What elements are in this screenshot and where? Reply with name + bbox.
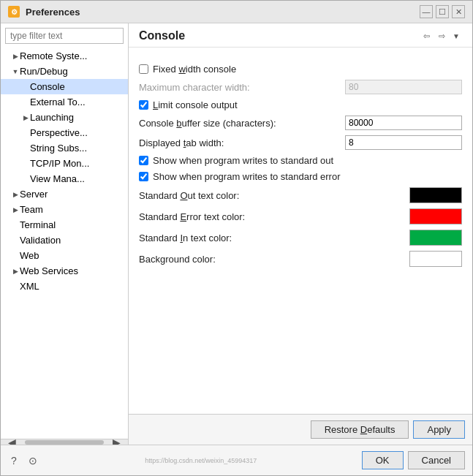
show-stderr-row: Show when program writes to standard err…: [139, 171, 462, 182]
limit-output-underline: L: [153, 99, 158, 110]
sidebar-item-label: View Mana...: [30, 173, 85, 184]
sidebar-item-server[interactable]: ▶ Server: [1, 186, 128, 202]
sidebar-item-label: Terminal: [20, 219, 56, 230]
show-stdout-checkbox[interactable]: [139, 156, 148, 165]
std-err-color-label: Standard Error text color:: [139, 211, 409, 222]
tree-arrow: ▼: [11, 68, 20, 75]
tree-arrow: ▶: [11, 191, 20, 198]
fixed-width-row: Fixed width console: [139, 64, 462, 75]
sidebar-item-tcpip-mon[interactable]: TCP/IP Mon...: [1, 156, 128, 171]
std-out-color-swatch[interactable]: [409, 187, 462, 203]
std-err-color-swatch[interactable]: [409, 208, 462, 224]
sidebar-item-label: Remote Syste...: [20, 50, 87, 61]
tab-width-label: Displayed tab width:: [139, 137, 345, 148]
tree-arrow: ▶: [11, 206, 20, 214]
fixed-width-label[interactable]: Fixed width console: [139, 64, 236, 75]
fixed-width-checkbox[interactable]: [139, 64, 148, 74]
footer-left: ? ⊙: [8, 453, 40, 468]
content-header: Console ⇦ ⇨ ▼: [129, 23, 472, 48]
sidebar-item-launching[interactable]: ▶ Launching: [1, 110, 128, 125]
nav-forward-button[interactable]: ⇨: [435, 30, 449, 42]
maximize-button[interactable]: ☐: [436, 5, 449, 18]
content-body: Fixed width console Maximum character wi…: [129, 48, 472, 414]
show-stderr-checkbox[interactable]: [139, 172, 148, 181]
cancel-button[interactable]: Cancel: [408, 451, 465, 469]
scroll-right-button[interactable]: ▶: [107, 437, 126, 445]
minimize-button[interactable]: —: [420, 5, 433, 18]
scrollbar-thumb: [25, 440, 104, 445]
sidebar-item-perspective[interactable]: Perspective...: [1, 125, 128, 140]
show-stdout-row: Show when program writes to standard out: [139, 155, 462, 166]
ok-button[interactable]: OK: [362, 451, 404, 469]
filter-input[interactable]: [5, 28, 124, 44]
main-area: ▶ Remote Syste... ▼ Run/Debug Console: [1, 23, 472, 445]
watermark: https://blog.csdn.net/weixin_45994317: [40, 457, 362, 464]
buffer-size-input[interactable]: [345, 116, 462, 130]
bg-color-swatch[interactable]: [409, 251, 462, 267]
sidebar-item-label: Server: [20, 189, 48, 200]
preferences-dialog: ⚙ Preferences — ☐ ✕ ▶ Remote Syste...: [0, 0, 473, 476]
close-button[interactable]: ✕: [452, 5, 465, 18]
tree-arrow: ▶: [11, 268, 20, 275]
sidebar-item-label: External To...: [30, 97, 86, 107]
sidebar-item-external-to[interactable]: External To...: [1, 94, 128, 110]
show-stderr-label[interactable]: Show when program writes to standard err…: [139, 171, 341, 182]
sidebar-item-terminal[interactable]: Terminal: [1, 217, 128, 233]
sidebar-item-label: Validation: [20, 235, 61, 246]
sidebar-item-console[interactable]: Console: [1, 79, 128, 94]
buffer-size-label: Console buffer size (characters):: [139, 118, 345, 129]
sidebar-item-view-mana[interactable]: View Mana...: [1, 171, 128, 186]
settings-help-button[interactable]: ⊙: [26, 453, 40, 468]
max-char-input[interactable]: [345, 80, 462, 94]
restore-defaults-button[interactable]: Restore Defaults: [311, 420, 409, 439]
apply-button[interactable]: Apply: [413, 420, 465, 439]
sidebar-item-web-services[interactable]: ▶ Web Services: [1, 263, 128, 279]
window-controls: — ☐ ✕: [420, 5, 465, 18]
limit-output-row: Limit console output: [139, 99, 462, 110]
show-stdout-label[interactable]: Show when program writes to standard out: [139, 155, 333, 166]
sidebar-item-label: Team: [20, 204, 43, 215]
scroll-left-button[interactable]: ◀: [2, 437, 22, 445]
std-in-color-swatch[interactable]: [409, 230, 462, 246]
sidebar-item-xml[interactable]: XML: [1, 279, 128, 294]
sidebar-item-string-subs[interactable]: String Subs...: [1, 140, 128, 156]
std-in-color-row: Standard In text color:: [139, 230, 462, 246]
header-nav: ⇦ ⇨ ▼: [420, 30, 462, 42]
buffer-size-underline: b: [176, 118, 181, 129]
tree-arrow: ▶: [21, 114, 30, 121]
sidebar-item-team[interactable]: ▶ Team: [1, 202, 128, 217]
std-err-color-row: Standard Error text color:: [139, 208, 462, 224]
dialog-footer: ? ⊙ https://blog.csdn.net/weixin_4599431…: [1, 445, 472, 475]
fixed-width-underline: w: [178, 64, 185, 75]
sidebar-item-label: Launching: [30, 112, 74, 123]
limit-output-text: Limit console output: [153, 99, 238, 110]
sidebar-item-label: Perspective...: [30, 127, 88, 138]
sidebar-item-run-debug[interactable]: ▼ Run/Debug: [1, 64, 128, 79]
help-button[interactable]: ?: [8, 453, 20, 468]
content-title: Console: [139, 29, 185, 42]
sidebar-item-label: Web: [20, 250, 39, 261]
buffer-size-row: Console buffer size (characters):: [139, 116, 462, 130]
tab-width-underline: t: [183, 137, 186, 148]
content-area: Console ⇦ ⇨ ▼ Fixed width console: [129, 23, 472, 445]
nav-menu-button[interactable]: ▼: [450, 31, 462, 42]
sidebar-item-label: String Subs...: [30, 143, 87, 154]
bg-color-row: Background color:: [139, 251, 462, 267]
sidebar-item-label: Web Services: [20, 265, 78, 276]
limit-output-checkbox[interactable]: [139, 100, 148, 110]
sidebar-item-remote-syste[interactable]: ▶ Remote Syste...: [1, 48, 128, 64]
dialog-title: Preferences: [26, 7, 414, 18]
sidebar: ▶ Remote Syste... ▼ Run/Debug Console: [1, 23, 129, 445]
sidebar-item-web[interactable]: Web: [1, 248, 128, 263]
sidebar-item-validation[interactable]: Validation: [1, 233, 128, 248]
tab-width-input[interactable]: [345, 135, 462, 150]
std-out-color-row: Standard Out text color:: [139, 187, 462, 203]
sidebar-item-label: TCP/IP Mon...: [30, 158, 89, 169]
nav-back-button[interactable]: ⇦: [420, 30, 434, 42]
max-char-label: Maximum character width:: [139, 82, 345, 93]
sidebar-item-label: Run/Debug: [20, 66, 68, 77]
sidebar-scrollbar[interactable]: ◀ ▶: [1, 439, 128, 445]
limit-output-label[interactable]: Limit console output: [139, 99, 238, 110]
show-stdout-text: Show when program writes to standard out: [153, 155, 333, 166]
restore-apply-bar: Restore Defaults Apply: [129, 414, 472, 445]
